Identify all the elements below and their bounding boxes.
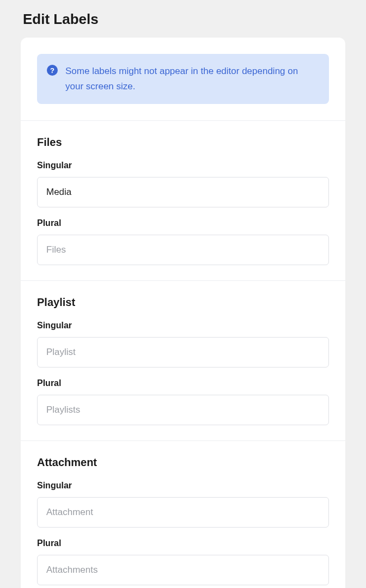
playlist-singular-label: Singular: [37, 321, 329, 330]
attachment-singular-input[interactable]: [37, 497, 329, 528]
page-title: Edit Labels: [0, 0, 366, 38]
attachment-plural-label: Plural: [37, 538, 329, 548]
edit-labels-card: ? Some labels might not appear in the ed…: [21, 38, 345, 588]
files-plural-input[interactable]: [37, 235, 329, 265]
info-banner: ? Some labels might not appear in the ed…: [37, 54, 329, 104]
playlist-plural-label: Plural: [37, 378, 329, 388]
section-files: Files Singular Plural: [21, 120, 345, 280]
files-plural-label: Plural: [37, 218, 329, 228]
section-playlist: Playlist Singular Plural: [21, 280, 345, 440]
attachment-singular-label: Singular: [37, 481, 329, 491]
section-attachment: Attachment Singular Plural: [21, 440, 345, 588]
info-text: Some labels might not appear in the edit…: [65, 64, 316, 94]
section-title-playlist: Playlist: [37, 296, 329, 309]
attachment-plural-input[interactable]: [37, 555, 329, 585]
question-icon: ?: [47, 65, 58, 76]
section-title-files: Files: [37, 136, 329, 149]
playlist-singular-input[interactable]: [37, 337, 329, 367]
files-singular-input[interactable]: [37, 177, 329, 207]
playlist-plural-input[interactable]: [37, 395, 329, 425]
section-title-attachment: Attachment: [37, 456, 329, 469]
files-singular-label: Singular: [37, 161, 329, 170]
